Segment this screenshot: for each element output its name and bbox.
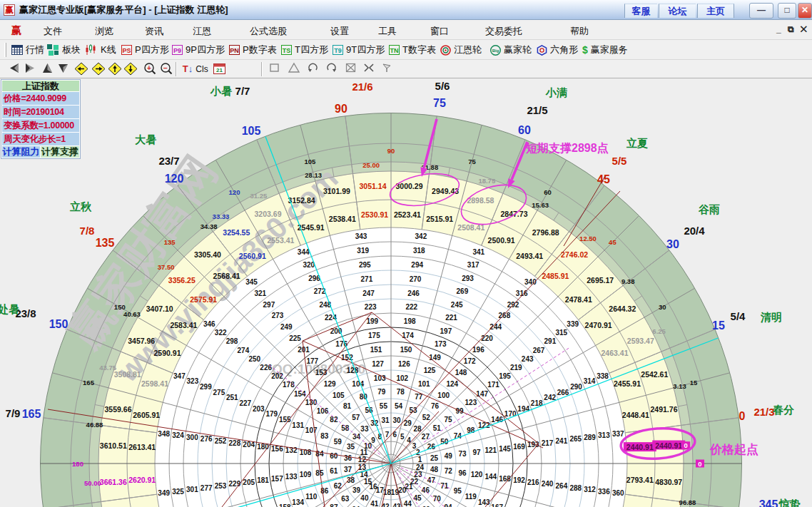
svg-text:347: 347 (173, 372, 186, 380)
svg-text:73: 73 (459, 450, 467, 458)
svg-text:251: 251 (226, 394, 238, 401)
svg-text:245: 245 (451, 301, 463, 309)
svg-text:63: 63 (341, 495, 350, 503)
svg-text:46: 46 (422, 486, 430, 494)
svg-text:337: 337 (612, 430, 624, 438)
svg-text:价格起点: 价格起点 (709, 443, 758, 456)
svg-text:336: 336 (598, 488, 610, 496)
svg-text:169: 169 (513, 443, 525, 451)
svg-text:349: 349 (158, 489, 170, 497)
svg-text:2746.02: 2746.02 (561, 250, 588, 259)
svg-text:7/8: 7/8 (80, 225, 95, 237)
svg-text:270: 270 (410, 275, 422, 283)
svg-text:289: 289 (584, 434, 596, 441)
svg-text:301: 301 (186, 486, 198, 493)
svg-text:9: 9 (371, 436, 375, 444)
svg-text:339: 339 (567, 320, 579, 328)
svg-text:34.38: 34.38 (201, 222, 218, 230)
svg-text:21/3: 21/3 (753, 406, 774, 418)
svg-text:266: 266 (557, 389, 569, 396)
svg-text:39: 39 (352, 486, 361, 494)
svg-text:124: 124 (446, 380, 458, 388)
svg-text:120: 120 (471, 471, 483, 478)
svg-text:293: 293 (462, 275, 474, 282)
svg-text:348: 348 (158, 430, 170, 438)
svg-text:2470.91: 2470.91 (585, 321, 612, 329)
svg-text:72: 72 (445, 467, 453, 475)
svg-text:167: 167 (491, 503, 503, 507)
svg-text:312: 312 (584, 486, 596, 493)
svg-text:199: 199 (366, 317, 378, 325)
svg-text:131: 131 (292, 421, 304, 429)
svg-text:51: 51 (433, 424, 442, 432)
svg-text:240: 240 (542, 480, 554, 488)
svg-text:谷雨: 谷雨 (698, 203, 720, 215)
svg-text:244: 244 (489, 323, 502, 331)
svg-text:90: 90 (387, 147, 395, 155)
svg-text:60: 60 (518, 124, 531, 136)
svg-text:2440.91: 2440.91 (626, 443, 654, 451)
svg-text:37: 37 (344, 466, 352, 473)
svg-text:83: 83 (320, 432, 329, 440)
svg-text:135: 135 (164, 238, 176, 246)
svg-text:342: 342 (415, 232, 427, 240)
svg-text:341: 341 (472, 248, 484, 256)
svg-text:3.13: 3.13 (673, 382, 686, 390)
svg-text:0: 0 (684, 441, 688, 449)
svg-text:195: 195 (499, 372, 511, 380)
svg-text:192: 192 (513, 476, 525, 484)
svg-text:0: 0 (698, 460, 701, 468)
svg-text:133: 133 (285, 473, 298, 481)
svg-text:3051.14: 3051.14 (360, 182, 387, 190)
svg-text:2898.58: 2898.58 (467, 196, 494, 205)
svg-text:106: 106 (317, 407, 329, 415)
svg-text:320: 320 (303, 261, 315, 269)
svg-text:43.75: 43.75 (99, 364, 116, 372)
svg-text:5/4: 5/4 (731, 310, 746, 322)
svg-text:100: 100 (437, 391, 450, 399)
svg-text:158: 158 (279, 503, 291, 507)
svg-text:3508.81: 3508.81 (114, 370, 141, 379)
svg-text:57: 57 (352, 414, 360, 421)
svg-text:90: 90 (335, 103, 347, 115)
svg-text:295: 295 (359, 261, 371, 269)
svg-text:150: 150 (49, 318, 68, 330)
svg-text:40.63: 40.63 (123, 310, 141, 318)
svg-text:3356.25: 3356.25 (168, 276, 196, 285)
svg-text:322: 322 (215, 329, 227, 337)
svg-text:71: 71 (440, 482, 449, 490)
svg-text:249: 249 (280, 323, 293, 331)
svg-text:173: 173 (435, 340, 447, 348)
svg-text:30: 30 (392, 416, 401, 424)
svg-text:291: 291 (544, 337, 557, 345)
svg-text:228: 228 (229, 439, 241, 447)
svg-text:3152.84: 3152.84 (288, 196, 315, 205)
svg-text:94: 94 (445, 503, 453, 507)
svg-text:125: 125 (424, 367, 436, 374)
svg-text:45: 45 (609, 238, 616, 246)
svg-text:59: 59 (334, 438, 342, 446)
svg-text:253: 253 (215, 482, 227, 490)
svg-text:2949.43: 2949.43 (432, 187, 459, 195)
svg-text:+: + (147, 64, 151, 72)
svg-text:小满: 小满 (545, 86, 567, 98)
svg-text:33: 33 (360, 425, 369, 433)
svg-text:110: 110 (305, 493, 318, 501)
svg-text:216: 216 (527, 478, 539, 486)
svg-text:87: 87 (330, 503, 338, 507)
svg-text:21: 21 (216, 67, 223, 73)
svg-text:2695.17: 2695.17 (587, 276, 614, 285)
svg-text:196: 196 (472, 346, 484, 354)
svg-text:338: 338 (597, 372, 609, 380)
svg-text:15: 15 (712, 319, 725, 332)
svg-text:172: 172 (464, 357, 476, 365)
svg-text:2448.41: 2448.41 (622, 411, 649, 419)
svg-text:157: 157 (271, 475, 283, 483)
svg-text:318: 318 (413, 247, 425, 255)
svg-text:102: 102 (396, 374, 408, 382)
svg-text:128: 128 (347, 367, 359, 374)
svg-text:217: 217 (542, 439, 554, 447)
svg-text:45: 45 (414, 494, 422, 502)
svg-text:15.63: 15.63 (532, 201, 549, 209)
svg-text:75: 75 (468, 158, 476, 165)
